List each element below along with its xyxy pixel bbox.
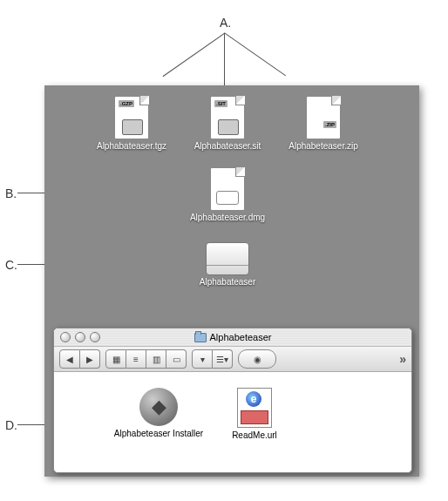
forward-button[interactable]: ▶ bbox=[80, 349, 100, 369]
folder-icon bbox=[194, 333, 207, 342]
dropdown-button[interactable]: ▾ bbox=[192, 349, 213, 369]
window-titlebar[interactable]: Alphabeteaser bbox=[54, 328, 411, 347]
back-button[interactable]: ◀ bbox=[59, 349, 80, 369]
list-view-button[interactable]: ≡ bbox=[126, 349, 146, 369]
nav-buttons: ◀ ▶ bbox=[59, 349, 100, 369]
icon-view-button[interactable]: ▦ bbox=[105, 349, 126, 369]
finder-window: Alphabeteaser ◀ ▶ ▦ ≡ ▥ ▭ ▾ ☰▾ ◉ » ◆ bbox=[53, 328, 412, 473]
file-label: Alphabeteaser Installer bbox=[111, 429, 207, 438]
installer-icon: ◆ bbox=[139, 388, 178, 426]
desktop-file-sit[interactable]: .SIT Alphabateaser.sit bbox=[188, 96, 267, 151]
settings-glyph bbox=[241, 410, 268, 424]
file-label: Alphabateaser.sit bbox=[188, 141, 267, 151]
url-file-icon: e bbox=[237, 388, 272, 428]
file-label: Alphabeteaser.zip bbox=[284, 141, 363, 151]
annotation-b: B. bbox=[5, 186, 17, 200]
annotation-d: D. bbox=[5, 418, 17, 432]
action-group: ▾ ☰▾ bbox=[192, 349, 233, 369]
disk-image-icon bbox=[210, 167, 245, 211]
finder-item-installer[interactable]: ◆ Alphabeteaser Installer bbox=[111, 388, 207, 438]
file-label: Alphabateaser.tgz bbox=[92, 141, 171, 151]
finder-content: ◆ Alphabeteaser Installer e ReadMe.url bbox=[54, 372, 411, 474]
desktop-mounted-disk[interactable]: Alphabateaser bbox=[188, 242, 267, 287]
file-glyph bbox=[122, 119, 143, 135]
internet-explorer-glyph: e bbox=[246, 391, 261, 407]
desktop-file-zip[interactable]: .ZIP Alphabeteaser.zip bbox=[284, 96, 363, 151]
coverflow-view-button[interactable]: ▭ bbox=[166, 349, 187, 369]
action-button[interactable]: ☰▾ bbox=[213, 349, 233, 369]
file-label: ReadMe.url bbox=[220, 430, 289, 440]
annotation-connector bbox=[224, 32, 286, 76]
annotation-c: C. bbox=[5, 258, 17, 272]
annotation-a: A. bbox=[220, 16, 231, 30]
column-view-button[interactable]: ▥ bbox=[146, 349, 166, 369]
drive-glyph bbox=[216, 191, 239, 205]
archive-stuffit-icon: .SIT bbox=[210, 96, 245, 139]
window-title-text: Alphabeteaser bbox=[210, 332, 272, 342]
desktop: .GZP Alphabateaser.tgz .SIT Alphabatease… bbox=[44, 85, 419, 477]
quicklook-button[interactable]: ◉ bbox=[238, 349, 276, 369]
file-badge: .ZIP bbox=[323, 121, 336, 128]
desktop-file-tgz[interactable]: .GZP Alphabateaser.tgz bbox=[92, 96, 171, 151]
desktop-file-dmg[interactable]: Alphabateaser.dmg bbox=[188, 167, 267, 222]
finder-toolbar: ◀ ▶ ▦ ≡ ▥ ▭ ▾ ☰▾ ◉ » bbox=[54, 347, 411, 372]
disk-label: Alphabateaser bbox=[188, 277, 267, 287]
file-glyph bbox=[218, 119, 239, 135]
file-label: Alphabateaser.dmg bbox=[188, 213, 267, 222]
removable-disk-icon bbox=[206, 242, 249, 275]
file-badge: .SIT bbox=[214, 100, 227, 107]
archive-gzip-icon: .GZP bbox=[114, 96, 149, 139]
annotation-connector bbox=[163, 33, 225, 77]
window-title: Alphabeteaser bbox=[54, 332, 411, 342]
toolbar-overflow-icon[interactable]: » bbox=[399, 352, 406, 366]
view-switcher: ▦ ≡ ▥ ▭ bbox=[105, 349, 187, 369]
finder-item-readme[interactable]: e ReadMe.url bbox=[220, 388, 289, 440]
file-badge: .GZP bbox=[119, 100, 134, 107]
archive-zip-icon: .ZIP bbox=[306, 96, 341, 139]
